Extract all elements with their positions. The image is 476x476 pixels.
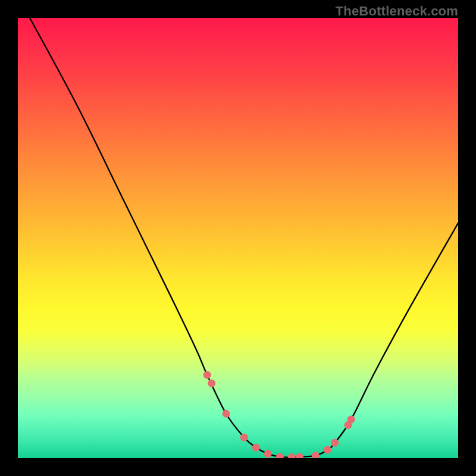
sweet-spot-dot: [288, 453, 296, 458]
sweet-spot-dot: [296, 453, 303, 458]
bottleneck-curve: [30, 18, 458, 458]
chart-container: TheBottleneck.com: [0, 0, 476, 476]
sweet-spot-dot: [223, 410, 230, 418]
sweet-spot-dot: [312, 452, 320, 458]
sweet-spot-dot: [331, 439, 339, 447]
plot-area: [18, 18, 458, 458]
sweet-spot-dot: [347, 415, 355, 423]
chart-svg: [18, 18, 458, 458]
sweet-spot-dot: [203, 371, 211, 379]
sweet-spot-dot: [276, 453, 284, 458]
sweet-spot-dot: [208, 380, 215, 387]
sweet-spot-dot: [240, 434, 248, 441]
sweet-spot-dot: [324, 446, 331, 453]
sweet-spot-dot: [252, 444, 260, 452]
sweet-spot-dots: [203, 371, 355, 458]
sweet-spot-dot: [264, 450, 272, 458]
attribution-label: TheBottleneck.com: [336, 4, 458, 19]
